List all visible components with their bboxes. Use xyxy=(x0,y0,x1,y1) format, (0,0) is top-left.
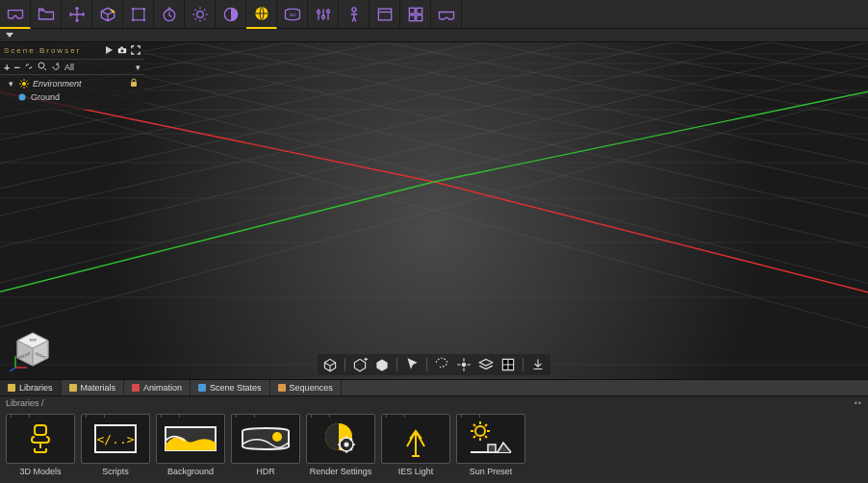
add-icon[interactable]: + xyxy=(4,62,10,73)
svg-rect-14 xyxy=(378,9,391,20)
lib-label: HDR xyxy=(256,467,275,476)
sliders-icon[interactable] xyxy=(308,0,339,29)
focus-frame-icon[interactable] xyxy=(131,45,140,57)
ies-icon xyxy=(398,418,433,460)
svg-line-64 xyxy=(10,368,15,371)
sun-small-icon xyxy=(19,79,29,89)
viewport-3d[interactable]: Scene Browser + − All ▾ ▾ Environment xyxy=(0,42,868,379)
download-icon[interactable] xyxy=(529,356,547,373)
tab-color-swatch xyxy=(278,384,286,392)
tab-label: Materials xyxy=(81,383,116,393)
lib-item-sun-preset[interactable]: Sun Preset xyxy=(456,414,525,476)
svg-line-29 xyxy=(770,42,868,92)
lib-item-ies-light[interactable]: IES Light xyxy=(381,414,450,476)
svg-point-56 xyxy=(22,82,26,86)
play-icon[interactable] xyxy=(104,45,114,57)
tab-color-swatch xyxy=(198,384,206,392)
box-edit-icon[interactable] xyxy=(92,0,123,29)
grid-layout-icon[interactable] xyxy=(400,0,431,29)
bounding-box-icon[interactable] xyxy=(123,0,154,29)
svg-rect-53 xyxy=(120,46,123,48)
svg-rect-17 xyxy=(409,14,415,20)
svg-rect-18 xyxy=(416,14,421,20)
lib-item-hdr[interactable]: HDR xyxy=(231,414,300,476)
camera-icon[interactable] xyxy=(117,45,127,57)
move-icon[interactable] xyxy=(62,0,92,29)
svg-text:360: 360 xyxy=(289,12,296,16)
lib-label: Scripts xyxy=(102,467,129,476)
svg-rect-16 xyxy=(416,8,421,13)
view-cube[interactable]: TOP FRONT RIGHT xyxy=(10,327,56,373)
code-icon: </..> xyxy=(91,421,140,456)
remove-icon[interactable]: − xyxy=(13,62,19,73)
lib-item-render-settings[interactable]: Render Settings xyxy=(306,414,375,476)
svg-text:</..>: </..> xyxy=(96,432,134,446)
tab-animation[interactable]: Animation xyxy=(124,380,191,395)
contrast-icon[interactable] xyxy=(216,0,246,29)
scene-browser-panel: Scene Browser + − All ▾ ▾ Environment xyxy=(0,42,144,110)
grid-toggle-icon[interactable] xyxy=(499,356,517,373)
globe-icon[interactable] xyxy=(246,0,277,29)
tab-color-swatch xyxy=(132,384,140,392)
svg-line-27 xyxy=(577,42,868,134)
cube-shaded-icon[interactable] xyxy=(373,356,391,373)
tab-libraries[interactable]: Libraries xyxy=(0,380,62,395)
sun-preset-icon xyxy=(465,418,517,460)
lib-item-3d-models[interactable]: 3D Models xyxy=(6,414,75,476)
lib-label: Sun Preset xyxy=(470,467,513,476)
svg-point-2 xyxy=(142,7,145,9)
bottom-tabs: Libraries Materials Animation Scene Stat… xyxy=(0,379,868,396)
mannequin-icon[interactable] xyxy=(339,0,370,29)
svg-point-58 xyxy=(19,94,26,101)
refresh-icon[interactable] xyxy=(51,62,61,73)
svg-point-3 xyxy=(131,18,134,21)
lib-label: IES Light xyxy=(398,467,434,476)
expand-icon[interactable]: ▾ xyxy=(6,79,15,89)
vr-headset-icon[interactable] xyxy=(0,0,31,29)
cube-add-icon[interactable] xyxy=(351,356,369,373)
cursor-icon[interactable] xyxy=(403,356,421,373)
tab-scene-states[interactable]: Scene States xyxy=(191,380,270,395)
grip-icon[interactable]: •• xyxy=(855,398,862,408)
tree-item-environment[interactable]: ▾ Environment xyxy=(4,77,144,90)
lib-label: Background xyxy=(167,467,214,476)
cube-wire-icon[interactable] xyxy=(321,356,339,373)
tab-sequences[interactable]: Sequences xyxy=(270,380,342,395)
chevron-down-icon[interactable]: ▾ xyxy=(136,63,140,72)
toolbar-dropdown[interactable] xyxy=(0,29,868,42)
tree-item-ground[interactable]: Ground xyxy=(4,90,144,104)
panorama-360-icon[interactable]: 360 xyxy=(277,0,308,29)
tab-materials[interactable]: Materials xyxy=(62,380,125,395)
breadcrumb: Libraries / •• xyxy=(0,396,868,410)
svg-text:TOP: TOP xyxy=(29,338,37,343)
lib-item-scripts[interactable]: </..> Scripts xyxy=(81,414,150,476)
svg-line-28 xyxy=(674,42,868,113)
svg-point-11 xyxy=(321,15,324,18)
tab-label: Scene States xyxy=(210,383,262,393)
tab-color-swatch xyxy=(69,384,77,392)
sphere-small-icon xyxy=(17,92,27,102)
snap-icon[interactable] xyxy=(455,356,472,373)
lasso-icon[interactable] xyxy=(433,356,450,373)
search-icon[interactable] xyxy=(38,62,47,73)
landscape-icon xyxy=(162,419,219,458)
link-icon[interactable] xyxy=(24,62,34,73)
lock-icon[interactable] xyxy=(129,78,139,89)
timer-icon[interactable] xyxy=(154,0,185,29)
layers-icon[interactable] xyxy=(477,356,495,373)
svg-point-73 xyxy=(345,443,349,447)
headset-outline-icon[interactable] xyxy=(431,0,462,29)
sun-icon[interactable] xyxy=(185,0,216,29)
lib-item-background[interactable]: Background xyxy=(156,414,225,476)
svg-point-6 xyxy=(196,11,203,17)
lib-label: Render Settings xyxy=(310,467,372,476)
open-folder-icon[interactable] xyxy=(31,0,62,29)
scene-tree: ▾ Environment Ground xyxy=(0,75,144,110)
filter-label[interactable]: All xyxy=(64,63,74,72)
svg-line-23 xyxy=(192,42,868,230)
breadcrumb-path[interactable]: Libraries / xyxy=(6,398,44,408)
window-icon[interactable] xyxy=(370,0,400,29)
tree-item-label: Ground xyxy=(31,92,60,102)
svg-rect-57 xyxy=(131,82,137,87)
tab-label: Sequences xyxy=(290,383,333,393)
